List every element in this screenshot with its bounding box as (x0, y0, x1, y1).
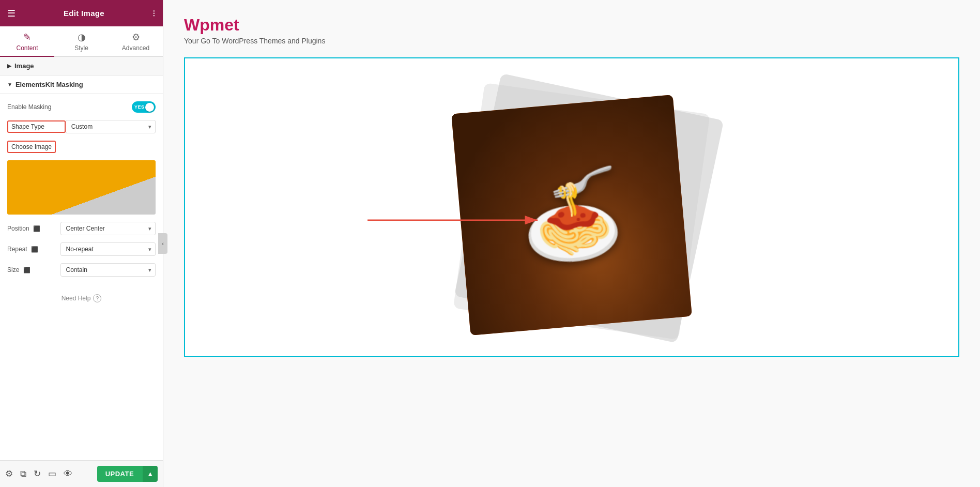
bottom-icons: ⚙ ⧉ ↻ ▭ 👁 (5, 468, 72, 479)
update-button-group: UPDATE ▲ (97, 466, 158, 482)
update-dropdown-button[interactable]: ▲ (142, 466, 158, 482)
site-subtitle: Your Go To WordPress Themes and Plugins (184, 37, 959, 45)
repeat-select-wrap: No-repeat Repeat Repeat-X Repeat-Y (60, 242, 156, 256)
menu-icon[interactable]: ☰ (7, 8, 16, 19)
collapse-handle[interactable]: ‹ (158, 233, 167, 254)
food-visual: 🍝 (451, 95, 692, 336)
left-panel: ☰ Edit Image ⁝ ✎ Content ◑ Style ⚙ Advan… (0, 0, 163, 487)
advanced-tab-icon: ⚙ (132, 32, 140, 43)
enable-masking-row: Enable Masking YES (7, 101, 156, 113)
need-help[interactable]: Need Help ? (7, 284, 156, 308)
toggle-text: YES (134, 104, 145, 110)
tab-style-label: Style (74, 44, 88, 52)
size-row: Size ⬛ Contain Cover Auto (7, 263, 156, 277)
site-title: Wpmet (184, 16, 959, 35)
image-section-arrow: ▶ (7, 63, 11, 69)
image-section-label: Image (14, 62, 34, 70)
position-select[interactable]: Center Center Top Left Top Right Bottom … (60, 222, 156, 235)
history-icon[interactable]: ↻ (34, 468, 41, 479)
responsive-icon[interactable]: ▭ (48, 468, 56, 479)
eye-icon[interactable]: 👁 (64, 469, 72, 479)
position-select-wrap: Center Center Top Left Top Right Bottom … (60, 222, 156, 235)
image-preview-inner (7, 160, 156, 215)
repeat-row: Repeat ⬛ No-repeat Repeat Repeat-X Repea… (7, 242, 156, 256)
shape-type-row: Shape Type Custom Circle Triangle Diamon… (7, 120, 156, 133)
panel-body: ▶ Image ▼ ElementsKit Masking Enable Mas… (0, 57, 163, 460)
enable-masking-label: Enable Masking (7, 103, 132, 111)
pasta-image: 🍝 (451, 95, 692, 336)
masking-section-label: ElementsKit Masking (16, 81, 83, 88)
right-content: Wpmet Your Go To WordPress Themes and Pl… (163, 0, 980, 487)
toggle-switch[interactable]: YES (132, 101, 156, 113)
shape-type-label: Shape Type (7, 120, 66, 133)
image-section-header[interactable]: ▶ Image (0, 57, 163, 75)
tab-style[interactable]: ◑ Style (54, 26, 109, 57)
repeat-label: Repeat ⬛ (7, 246, 60, 253)
need-help-label: Need Help (62, 295, 91, 302)
tab-advanced[interactable]: ⚙ Advanced (109, 26, 163, 57)
repeat-select[interactable]: No-repeat Repeat Repeat-X Repeat-Y (60, 242, 156, 256)
style-tab-icon: ◑ (78, 32, 86, 43)
tab-content-label: Content (16, 44, 38, 52)
position-row: Position ⬛ Center Center Top Left Top Ri… (7, 222, 156, 235)
pasta-image-wrapper: 🍝 (448, 91, 696, 339)
size-label: Size ⬛ (7, 266, 60, 273)
enable-masking-toggle[interactable]: YES (132, 101, 156, 113)
content-tab-icon: ✎ (23, 32, 31, 43)
position-icon: ⬛ (33, 225, 40, 232)
size-select[interactable]: Contain Cover Auto (60, 263, 156, 277)
shape-type-select-wrap: Custom Circle Triangle Diamond (66, 120, 156, 133)
choose-image-label[interactable]: Choose Image (7, 141, 56, 153)
grid-icon[interactable]: ⁝ (152, 8, 156, 19)
repeat-icon: ⬛ (31, 246, 38, 252)
pasta-emoji: 🍝 (516, 170, 626, 261)
update-button[interactable]: UPDATE (97, 466, 142, 482)
panel-bottom: ⚙ ⧉ ↻ ▭ 👁 UPDATE ▲ (0, 460, 163, 487)
toggle-knob (145, 103, 154, 112)
settings-icon[interactable]: ⚙ (5, 468, 13, 479)
help-icon: ? (93, 294, 101, 302)
panel-header: ☰ Edit Image ⁝ (0, 0, 163, 26)
tab-advanced-label: Advanced (122, 44, 149, 52)
shape-type-select[interactable]: Custom Circle Triangle Diamond (66, 120, 156, 133)
choose-image-row: Choose Image (7, 141, 156, 153)
masking-form: Enable Masking YES Shape Type Custom Cir… (0, 94, 163, 315)
masking-section-arrow: ▼ (7, 82, 12, 87)
panel-title: Edit Image (64, 9, 104, 18)
size-icon: ⬛ (23, 267, 30, 273)
tab-content[interactable]: ✎ Content (0, 26, 54, 57)
position-label: Position ⬛ (7, 225, 60, 232)
image-preview[interactable] (7, 160, 156, 215)
layers-icon[interactable]: ⧉ (20, 469, 26, 479)
panel-tabs: ✎ Content ◑ Style ⚙ Advanced (0, 26, 163, 57)
canvas-area[interactable]: 🍝 (184, 57, 959, 357)
size-select-wrap: Contain Cover Auto (60, 263, 156, 277)
masking-section-header[interactable]: ▼ ElementsKit Masking (0, 75, 163, 94)
